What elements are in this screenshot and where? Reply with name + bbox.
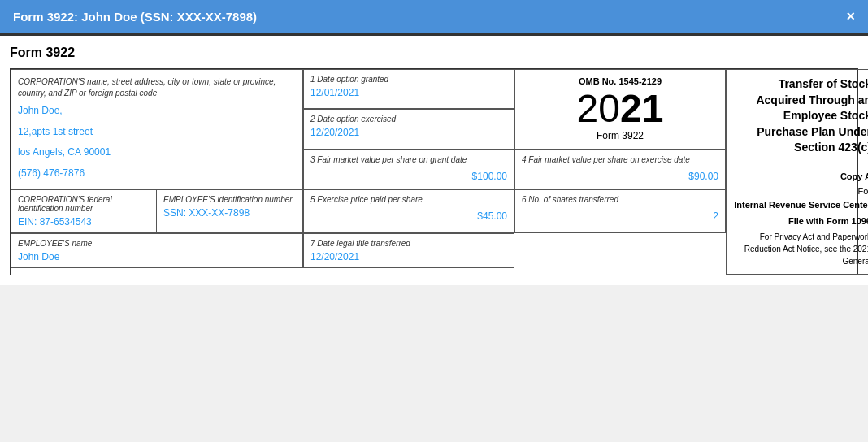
emp-id-cell: EMPLOYEE'S identification number SSN: XX…	[157, 190, 302, 232]
corp-address-label: CORPORATION'S name, street address, city…	[18, 76, 296, 99]
fmv-exercise-value: $90.00	[522, 171, 718, 182]
omb-number: OMB No. 1545-2129	[579, 76, 662, 86]
close-button[interactable]: ×	[846, 8, 855, 25]
copy-a-label: Copy A	[733, 170, 868, 184]
irs-label: Internal Revenue Service Center	[733, 198, 868, 213]
emp-id-label: EMPLOYEE'S identification number	[163, 195, 296, 204]
year-display: 2021	[577, 89, 664, 128]
id-row: CORPORATION'S federal identification num…	[11, 189, 303, 233]
omb-cell: OMB No. 1545-2129 2021 Form 3922	[514, 69, 726, 150]
date-exercised-cell: 2 Date option exercised 12/20/2021	[303, 109, 514, 149]
transfer-title: Transfer of Stock Acquired Through an Em…	[733, 76, 868, 163]
date-legal-cell: 7 Date legal title transferred 12/20/202…	[303, 233, 514, 268]
corp-address-cell: CORPORATION'S name, street address, city…	[11, 69, 303, 189]
fmv-exercise-label: 4 Fair market value per share on exercis…	[522, 155, 718, 164]
date-exercised-label: 2 Date option exercised	[310, 115, 507, 124]
shares-transferred-label: 6 No. of shares transferred	[522, 195, 718, 204]
corp-city: los Angels, CA 90001	[18, 144, 296, 162]
fmv-grant-value: $100.00	[310, 171, 507, 182]
form-container: Form 3922 CORPORATION'S name, street add…	[0, 33, 868, 285]
date-granted-label: 1 Date option granted	[310, 75, 507, 84]
privacy-text: For Privacy Act and Paperwork Reduction …	[733, 231, 868, 267]
shares-transferred-value: 2	[522, 210, 718, 222]
corp-street: 12,apts 1st street	[18, 124, 296, 141]
date-exercised-value: 12/20/2021	[310, 127, 507, 138]
for-label: For	[733, 184, 868, 199]
corp-phone: (576) 476-7876	[18, 165, 296, 183]
corp-name: John Doe,	[18, 102, 296, 120]
exercise-price-cell: 5 Exercise price paid per share $45.00	[303, 189, 514, 233]
title-bar-text: Form 3922: John Doe (SSN: XXX-XX-7898)	[13, 10, 257, 24]
title-bar: Form 3922: John Doe (SSN: XXX-XX-7898) ×	[0, 0, 868, 33]
corp-fed-id-label: CORPORATION'S federal identification num…	[18, 195, 150, 213]
exercise-price-label: 5 Exercise price paid per share	[310, 195, 507, 204]
date-legal-value: 12/20/2021	[310, 251, 507, 262]
shares-transferred-cell: 6 No. of shares transferred 2	[514, 189, 726, 233]
corp-fed-id-value: EIN: 87-6534543	[18, 216, 150, 228]
fmv-exercise-cell: 4 Fair market value per share on exercis…	[514, 150, 726, 189]
form-number-label: Form 3922	[597, 130, 644, 141]
form-title: Form 3922	[10, 46, 858, 60]
year-thin: 20	[577, 87, 620, 130]
emp-name-label: EMPLOYEE'S name	[18, 239, 296, 248]
form-body: CORPORATION'S name, street address, city…	[10, 68, 858, 275]
fmv-grant-cell: 3 Fair market value per share on grant d…	[303, 150, 514, 189]
emp-name-value: John Doe	[18, 251, 296, 262]
right-sidebar: Transfer of Stock Acquired Through an Em…	[726, 69, 868, 275]
year-bold: 21	[620, 87, 663, 130]
date-granted-value: 12/01/2021	[310, 87, 507, 98]
copy-info: Copy A For Internal Revenue Service Cent…	[733, 170, 868, 213]
file-with: File with Form 1096	[733, 216, 868, 226]
fmv-grant-label: 3 Fair market value per share on grant d…	[310, 155, 507, 164]
emp-id-value: SSN: XXX-XX-7898	[163, 207, 296, 219]
date-granted-cell: 1 Date option granted 12/01/2021	[303, 69, 514, 109]
exercise-price-value: $45.00	[310, 210, 507, 222]
emp-name-cell: EMPLOYEE'S name John Doe	[11, 233, 303, 268]
date-legal-label: 7 Date legal title transferred	[310, 239, 507, 248]
corp-fed-id-cell: CORPORATION'S federal identification num…	[11, 190, 157, 232]
